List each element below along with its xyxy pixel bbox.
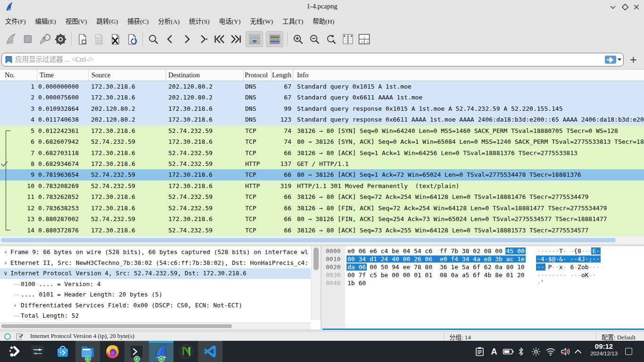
taskbar-app-file-manager[interactable]: + [75,341,100,362]
expander-open-icon[interactable]: ∨ [4,268,10,279]
expander-closed-icon[interactable]: › [4,247,10,258]
packet-row-9[interactable]: 90.78196365452.74.232.59172.30.218.6TCP6… [0,169,644,180]
zoom-out-button[interactable] [306,31,323,47]
go-back-button[interactable] [162,31,178,47]
hex-row[interactable]: 0020da 06 00 50 94 ee 78 80 36 1e 5a 6f … [322,263,644,272]
tray-bluetooth[interactable] [518,347,527,356]
hex-row[interactable]: 001000 34 d1 24 40 00 26 06 e0 f4 34 4a … [322,255,644,263]
filter-add-button[interactable]: + [629,54,637,65]
menu-capture[interactable]: 捕获(C) [123,14,153,27]
menu-wireless[interactable]: 无线(W) [245,14,278,27]
taskbar-clock[interactable]: 09:12 2024/12/13 [588,342,619,357]
hex-ascii[interactable]: ······T· ·{8···E· [537,247,600,255]
file-open-button[interactable] [74,31,91,47]
packet-row-4[interactable]: 40.011740638202.120.80.2172.30.218.6DNS1… [0,114,644,125]
layout-panes-button[interactable]: 123 [356,31,372,47]
capture-stop-button[interactable] [19,31,36,47]
hex-bytes[interactable]: da 06 00 50 94 ee 78 80 36 1e 5a 6f 62 0… [347,263,525,272]
menu-telephony[interactable]: 电话(Y) [215,14,246,27]
column-header-info[interactable]: Info [297,70,354,81]
column-header-no[interactable]: No. [5,70,33,81]
taskbar-app-launcher[interactable] [3,341,27,362]
column-resize-handle[interactable] [271,70,272,81]
show-desktop-button[interactable] [625,348,632,355]
hex-row[interactable]: 00401b 60·` [322,280,644,288]
details-vscrollbar[interactable] [311,246,321,320]
column-resize-handle[interactable] [37,70,37,81]
file-save-button[interactable]: 010110100101 [91,31,107,47]
detail-row[interactable]: .... 0101 = Header Length: 20 bytes (5) [0,289,311,300]
capture-start-button[interactable] [3,31,19,47]
detail-row[interactable]: ›Ethernet II, Src: NewH3CTechno_7b:38:02… [0,258,311,269]
taskbar-app-firefox[interactable] [100,341,124,362]
go-last-button[interactable] [228,31,244,47]
taskbar-app-app-store[interactable] [50,341,75,362]
packet-row-11[interactable]: 110.783262852172.30.218.652.74.232.59TCP… [0,191,644,202]
go-first-button[interactable] [211,31,228,47]
column-header-time[interactable]: Time [40,70,86,81]
detail-row[interactable]: ∨Internet Protocol Version 4, Src: 52.74… [0,268,311,279]
details-hscrollbar-thumb[interactable] [1,324,232,328]
hex-bytes[interactable]: e0 06 e6 c4 be 04 54 c6 ff 7b 38 02 08 0… [347,247,525,255]
zoom-reset-button[interactable] [323,31,339,47]
expander-closed-icon[interactable]: › [4,258,10,269]
menu-file[interactable]: 文件(F) [0,14,31,27]
tray-brightness[interactable] [531,347,541,356]
resize-columns-button[interactable] [339,31,356,47]
hex-bytes[interactable]: 1b 60 [347,280,366,288]
packet-row-2[interactable]: 20.000075600172.30.218.6202.120.80.2DNS6… [0,92,644,103]
tray-clipboard[interactable] [475,347,485,356]
column-header-destination[interactable]: Destination [168,70,240,81]
hex-row[interactable]: 0000e0 06 e6 c4 be 04 54 c6 ff 7b 38 02 … [322,247,644,255]
detail-row[interactable]: ›Differentiated Services Field: 0x00 (DS… [0,300,311,311]
expander-closed-icon[interactable]: › [13,300,20,311]
filter-apply-button[interactable] [605,56,616,64]
hex-ascii[interactable]: ········ ···oK·· [537,272,600,280]
column-header-source[interactable]: Source [91,70,162,81]
column-header-length[interactable]: Length [272,70,292,81]
details-vscrollbar-thumb[interactable] [314,247,319,270]
display-filter-input[interactable] [15,53,543,66]
hex-ascii[interactable]: ·4·$@·&· ··4J·;·· [537,255,600,263]
go-forward-button[interactable] [178,31,195,47]
tray-wifi[interactable] [545,347,555,356]
tray-input-method[interactable]: A [489,347,499,356]
column-resize-handle[interactable] [243,70,244,81]
column-resize-handle[interactable] [293,70,293,81]
zoom-in-button[interactable] [290,31,306,47]
column-resize-handle[interactable] [165,70,166,81]
filter-history-dropdown[interactable] [618,58,621,61]
hex-bytes[interactable]: 00 7f c5 be 00 00 01 01 08 0a a5 6f 4b 8… [347,272,525,280]
packet-row-10[interactable]: 100.78320826952.74.232.59172.30.218.6HTT… [0,181,644,191]
tray-tray-expand[interactable] [573,347,583,356]
menu-analyze[interactable]: 分析(A) [153,14,184,27]
detail-row[interactable]: Total Length: 52 [0,311,311,321]
menu-statistics[interactable]: 统计(S) [184,14,215,27]
packet-list-hscrollbar[interactable] [0,236,644,244]
taskbar-app-wireshark[interactable]: + [149,341,173,362]
auto-scroll-button[interactable] [246,31,263,47]
taskbar-app-multitasking[interactable] [25,341,50,362]
packet-row-1[interactable]: 10.000000000172.30.218.6202.120.80.2DNS6… [0,81,644,92]
minimize-button[interactable] [609,3,617,11]
packet-row-3[interactable]: 30.010932864202.120.80.2172.30.218.6DNS9… [0,103,644,114]
maximize-button[interactable] [621,3,629,11]
menu-help[interactable]: 帮助(H) [308,14,339,27]
tray-volume-muted[interactable] [560,347,570,356]
taskbar-app-vscode[interactable] [198,341,223,362]
packet-row-13[interactable]: 130.88028700252.74.232.59172.30.218.6TCP… [0,214,644,224]
detail-row[interactable]: 0100 .... = Version: 4 [0,279,311,290]
column-header-protocol[interactable]: Protocol [245,70,270,81]
hex-bytes[interactable]: 00 34 d1 24 40 00 26 06 e0 f4 34 4a e8 3… [347,255,525,263]
expert-info-icon[interactable] [4,333,11,340]
file-reload-button[interactable] [124,31,140,47]
capture-comment-icon[interactable] [16,333,23,340]
hex-row[interactable]: 003000 7f c5 be 00 00 01 01 08 0a a5 6f … [322,272,644,280]
column-resize-handle[interactable] [88,70,89,81]
menu-tools[interactable]: 工具(T) [278,14,308,27]
packet-row-14[interactable]: 140.880372876172.30.218.652.74.232.59TCP… [0,225,644,236]
packet-row-7[interactable]: 70.682703118172.30.218.652.74.232.59TCP6… [0,148,644,158]
menu-view[interactable]: 视图(V) [61,14,92,27]
tray-battery[interactable] [503,347,512,356]
capture-options-button[interactable] [52,31,69,47]
